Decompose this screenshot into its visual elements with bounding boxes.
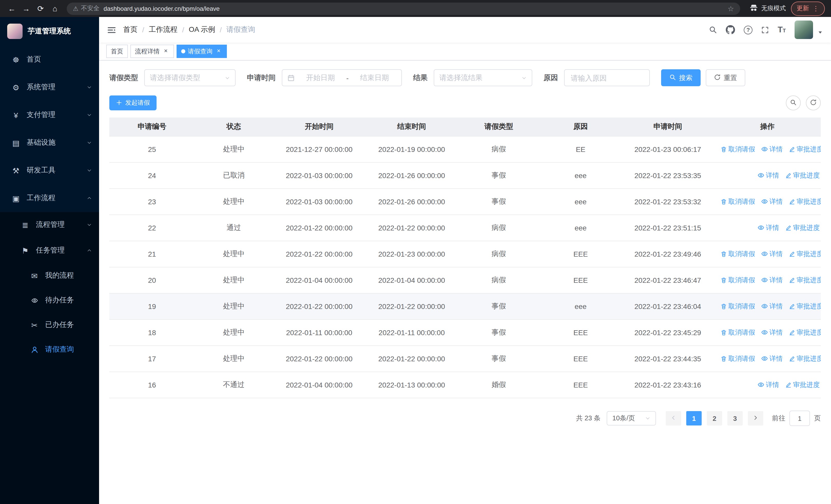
eye-icon — [761, 329, 768, 336]
result-label: 结果 — [413, 73, 428, 82]
create-leave-button[interactable]: 发起请假 — [109, 95, 156, 110]
header-search-icon[interactable] — [709, 26, 717, 34]
result-select[interactable]: 请选择流结果 — [434, 69, 532, 86]
approval-progress-link[interactable]: 审批进度 — [789, 302, 821, 311]
cancel-leave-link[interactable]: 取消请假 — [721, 328, 755, 337]
sidebar-item-dev-tools[interactable]: ⚒研发工具 — [0, 156, 99, 184]
breadcrumb-item[interactable]: 工作流程 — [149, 25, 178, 34]
edit-icon — [789, 251, 795, 257]
cancel-leave-link[interactable]: 取消请假 — [721, 145, 755, 154]
filter-result: 结果 请选择流结果 — [413, 69, 532, 86]
tab-close-icon[interactable]: × — [215, 48, 222, 55]
approval-progress-link[interactable]: 审批进度 — [789, 328, 821, 337]
detail-link[interactable]: 详情 — [761, 145, 783, 154]
reason-input[interactable] — [564, 69, 650, 86]
flag-icon: ⚑ — [20, 247, 31, 254]
browser-window: ← → ⟳ ⌂ ⚠ 不安全 dashboard.yudao.iocoder.cn… — [0, 0, 831, 504]
user-dropdown-caret-icon[interactable] — [818, 30, 823, 35]
incognito-label: 无痕模式 — [761, 4, 786, 13]
help-icon[interactable]: ? — [744, 25, 752, 34]
filter-apply-time: 申请时间 开始日期 - 结束日期 — [247, 69, 402, 86]
table-cell: EE — [540, 136, 622, 162]
reset-button[interactable]: 重置 — [706, 69, 745, 86]
home-button[interactable]: ⌂ — [48, 2, 62, 15]
page-button-3[interactable]: 3 — [727, 411, 743, 425]
toolbar-right — [786, 95, 821, 110]
sidebar-item-leave-query[interactable]: 请假查询 — [0, 337, 99, 362]
tab-close-icon[interactable]: × — [162, 48, 169, 55]
table-cell: 2022-01-23 00:00:00 — [366, 241, 458, 267]
sidebar-item-payment[interactable]: ¥支付管理 — [0, 101, 99, 129]
back-button[interactable]: ← — [5, 2, 19, 15]
table-cell: 事假 — [458, 346, 540, 372]
reload-button[interactable]: ⟳ — [34, 2, 47, 15]
github-icon[interactable] — [726, 25, 735, 34]
prev-page-button[interactable] — [666, 411, 681, 425]
sidebar-item-task-management[interactable]: ⚑任务管理 — [0, 238, 99, 263]
approval-progress-link[interactable]: 审批进度 — [789, 145, 821, 154]
sidebar-item-process-management[interactable]: ≣流程管理 — [0, 212, 99, 238]
approval-progress-link[interactable]: 审批进度 — [789, 276, 821, 285]
sidebar-item-home[interactable]: ☸首页 — [0, 46, 99, 73]
toggle-search-button[interactable] — [786, 95, 801, 110]
edit-icon — [789, 199, 795, 205]
update-button[interactable]: 更新 ⋮ — [791, 1, 825, 16]
page-size-select[interactable]: 10条/页 — [607, 411, 656, 425]
approval-progress-link[interactable]: 审批进度 — [785, 224, 820, 233]
refresh-table-button[interactable] — [806, 95, 821, 110]
sidebar-item-done-tasks[interactable]: ✂已办任务 — [0, 313, 99, 337]
cancel-leave-link[interactable]: 取消请假 — [721, 276, 755, 285]
view-tab-home[interactable]: 首页 — [106, 45, 128, 58]
leave-type-select[interactable]: 请选择请假类型 — [144, 69, 236, 86]
sidebar-item-system[interactable]: ⚙系统管理 — [0, 73, 99, 101]
next-page-button[interactable] — [748, 411, 763, 425]
cancel-leave-link[interactable]: 取消请假 — [721, 354, 755, 364]
table-cell: 20 — [109, 267, 195, 293]
browser-menu-dots-icon[interactable]: ⋮ — [812, 5, 819, 12]
detail-link[interactable]: 详情 — [761, 328, 783, 337]
eye-icon — [757, 382, 764, 388]
approval-progress-link[interactable]: 审批进度 — [789, 250, 821, 259]
table-cell: 2022-01-22 23:53:35 — [622, 162, 714, 188]
detail-link[interactable]: 详情 — [757, 223, 779, 233]
table-cell: 不通过 — [195, 372, 273, 398]
detail-link[interactable]: 详情 — [761, 302, 783, 311]
view-tab-leave-query[interactable]: 请假查询× — [177, 45, 227, 58]
bookmark-star-icon[interactable]: ☆ — [727, 4, 734, 12]
search-button[interactable]: 搜索 — [661, 69, 700, 86]
forward-button[interactable]: → — [20, 2, 33, 15]
cancel-leave-link[interactable]: 取消请假 — [721, 302, 755, 311]
breadcrumb-item[interactable]: 首页 — [123, 25, 138, 34]
goto-page-input[interactable] — [790, 411, 810, 426]
page-button-1[interactable]: 1 — [686, 411, 701, 425]
detail-link[interactable]: 详情 — [761, 276, 783, 285]
detail-link[interactable]: 详情 — [761, 354, 783, 363]
sidebar-item-workflow[interactable]: ▣工作流程 — [0, 184, 99, 212]
approval-progress-link[interactable]: 审批进度 — [789, 354, 821, 364]
address-bar[interactable]: ⚠ 不安全 dashboard.yudao.iocoder.cn/bpm/oa/… — [67, 2, 740, 14]
user-avatar[interactable] — [795, 21, 813, 39]
date-range-picker[interactable]: 开始日期 - 结束日期 — [282, 69, 402, 86]
cancel-leave-link[interactable]: 取消请假 — [721, 250, 755, 259]
hamburger-icon[interactable] — [107, 25, 116, 34]
page-button-2[interactable]: 2 — [707, 411, 722, 425]
detail-link[interactable]: 详情 — [761, 249, 783, 259]
edit-icon — [789, 330, 795, 336]
breadcrumb-item[interactable]: OA 示例 — [189, 25, 215, 34]
cancel-leave-link[interactable]: 取消请假 — [721, 197, 755, 207]
sidebar-item-my-processes[interactable]: ✉我的流程 — [0, 263, 99, 288]
breadcrumb-separator: / — [182, 26, 184, 34]
sidebar-item-infrastructure[interactable]: ▤基础设施 — [0, 129, 99, 156]
detail-link[interactable]: 详情 — [757, 380, 779, 390]
leave-type-placeholder: 请选择请假类型 — [150, 73, 221, 82]
view-tab-process-detail[interactable]: 流程详情× — [131, 45, 174, 58]
detail-link[interactable]: 详情 — [757, 171, 779, 180]
font-size-icon[interactable]: TT — [778, 26, 786, 34]
approval-progress-link[interactable]: 审批进度 — [785, 171, 820, 180]
sidebar-item-todo-tasks[interactable]: 待办任务 — [0, 288, 99, 313]
approval-progress-link[interactable]: 审批进度 — [789, 197, 821, 207]
detail-link[interactable]: 详情 — [761, 197, 783, 206]
approval-progress-link[interactable]: 审批进度 — [785, 381, 820, 390]
security-chip[interactable]: ⚠ 不安全 — [73, 4, 99, 13]
fullscreen-icon[interactable] — [761, 26, 769, 34]
